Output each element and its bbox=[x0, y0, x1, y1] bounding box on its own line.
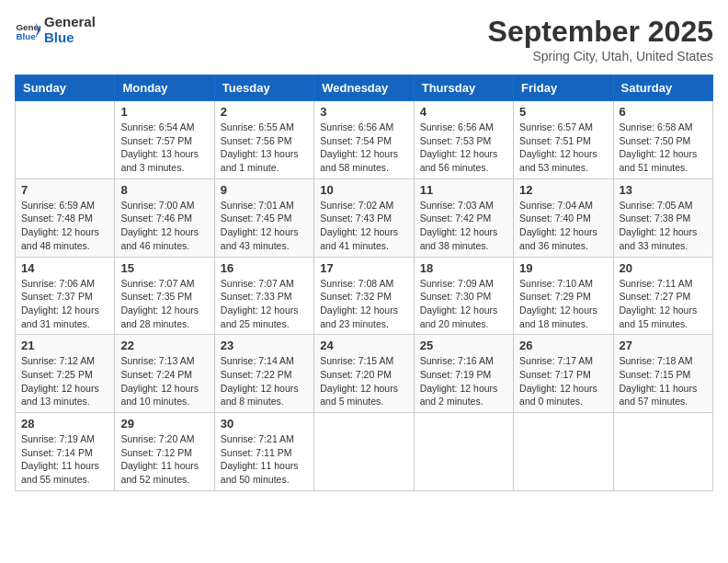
day-cell-27: 27Sunrise: 7:18 AMSunset: 7:15 PMDayligh… bbox=[613, 335, 712, 413]
day-header-tuesday: Tuesday bbox=[214, 75, 313, 101]
day-cell-3: 3Sunrise: 6:56 AMSunset: 7:54 PMDaylight… bbox=[314, 101, 414, 179]
day-cell-5: 5Sunrise: 6:57 AMSunset: 7:51 PMDaylight… bbox=[514, 101, 613, 179]
day-number: 29 bbox=[120, 417, 208, 431]
day-info: Sunrise: 6:56 AMSunset: 7:54 PMDaylight:… bbox=[320, 121, 407, 175]
day-info: Sunrise: 7:06 AMSunset: 7:37 PMDaylight:… bbox=[21, 277, 108, 331]
day-info: Sunrise: 7:13 AMSunset: 7:24 PMDaylight:… bbox=[120, 354, 208, 408]
day-cell-22: 22Sunrise: 7:13 AMSunset: 7:24 PMDayligh… bbox=[115, 335, 214, 413]
day-number: 24 bbox=[320, 339, 407, 352]
day-info: Sunrise: 7:14 AMSunset: 7:22 PMDaylight:… bbox=[221, 354, 308, 408]
day-info: Sunrise: 7:16 AMSunset: 7:19 PMDaylight:… bbox=[420, 354, 507, 408]
day-cell-13: 13Sunrise: 7:05 AMSunset: 7:38 PMDayligh… bbox=[613, 178, 712, 257]
day-cell-17: 17Sunrise: 7:08 AMSunset: 7:32 PMDayligh… bbox=[314, 257, 414, 335]
week-row-3: 14Sunrise: 7:06 AMSunset: 7:37 PMDayligh… bbox=[16, 257, 713, 335]
day-info: Sunrise: 6:54 AMSunset: 7:57 PMDaylight:… bbox=[120, 121, 208, 175]
logo-line2: Blue bbox=[44, 30, 96, 46]
day-info: Sunrise: 6:55 AMSunset: 7:56 PMDaylight:… bbox=[221, 121, 308, 175]
week-row-5: 28Sunrise: 7:19 AMSunset: 7:14 PMDayligh… bbox=[16, 413, 713, 491]
day-info: Sunrise: 6:57 AMSunset: 7:51 PMDaylight:… bbox=[519, 121, 607, 175]
day-info: Sunrise: 7:20 AMSunset: 7:12 PMDaylight:… bbox=[120, 432, 208, 487]
day-number: 7 bbox=[21, 183, 108, 197]
day-cell-14: 14Sunrise: 7:06 AMSunset: 7:37 PMDayligh… bbox=[16, 257, 115, 335]
day-number: 8 bbox=[120, 183, 208, 197]
day-number: 19 bbox=[519, 261, 607, 275]
day-cell-20: 20Sunrise: 7:11 AMSunset: 7:27 PMDayligh… bbox=[613, 257, 712, 335]
day-cell-21: 21Sunrise: 7:12 AMSunset: 7:25 PMDayligh… bbox=[16, 335, 115, 413]
empty-cell bbox=[16, 101, 115, 179]
day-cell-2: 2Sunrise: 6:55 AMSunset: 7:56 PMDaylight… bbox=[214, 101, 313, 179]
empty-cell bbox=[613, 413, 712, 491]
page-header: General Blue General Blue September 2025… bbox=[15, 15, 713, 63]
empty-cell bbox=[414, 413, 513, 491]
day-cell-28: 28Sunrise: 7:19 AMSunset: 7:14 PMDayligh… bbox=[16, 413, 115, 491]
day-number: 23 bbox=[221, 339, 308, 352]
day-header-saturday: Saturday bbox=[613, 75, 712, 101]
day-number: 14 bbox=[21, 261, 108, 275]
day-cell-15: 15Sunrise: 7:07 AMSunset: 7:35 PMDayligh… bbox=[115, 257, 214, 335]
day-info: Sunrise: 7:02 AMSunset: 7:43 PMDaylight:… bbox=[320, 199, 407, 253]
day-number: 6 bbox=[620, 105, 707, 119]
day-header-sunday: Sunday bbox=[16, 75, 115, 101]
day-cell-18: 18Sunrise: 7:09 AMSunset: 7:30 PMDayligh… bbox=[414, 257, 513, 335]
title-area: September 2025 Spring City, Utah, United… bbox=[488, 15, 713, 63]
day-info: Sunrise: 7:11 AMSunset: 7:27 PMDaylight:… bbox=[620, 277, 707, 331]
calendar-table: SundayMondayTuesdayWednesdayThursdayFrid… bbox=[15, 75, 713, 491]
day-cell-7: 7Sunrise: 6:59 AMSunset: 7:48 PMDaylight… bbox=[16, 178, 115, 257]
day-number: 30 bbox=[221, 417, 308, 431]
day-number: 1 bbox=[120, 105, 208, 119]
day-cell-12: 12Sunrise: 7:04 AMSunset: 7:40 PMDayligh… bbox=[514, 178, 613, 257]
day-cell-1: 1Sunrise: 6:54 AMSunset: 7:57 PMDaylight… bbox=[115, 101, 214, 179]
logo-line1: General bbox=[44, 15, 96, 30]
day-info: Sunrise: 6:58 AMSunset: 7:50 PMDaylight:… bbox=[620, 121, 707, 175]
day-cell-16: 16Sunrise: 7:07 AMSunset: 7:33 PMDayligh… bbox=[214, 257, 313, 335]
day-info: Sunrise: 7:09 AMSunset: 7:30 PMDaylight:… bbox=[420, 277, 507, 331]
day-cell-23: 23Sunrise: 7:14 AMSunset: 7:22 PMDayligh… bbox=[214, 335, 313, 413]
day-number: 22 bbox=[120, 339, 208, 352]
day-cell-10: 10Sunrise: 7:02 AMSunset: 7:43 PMDayligh… bbox=[314, 178, 414, 257]
day-info: Sunrise: 7:07 AMSunset: 7:35 PMDaylight:… bbox=[120, 277, 208, 331]
day-header-wednesday: Wednesday bbox=[314, 75, 414, 101]
day-cell-30: 30Sunrise: 7:21 AMSunset: 7:11 PMDayligh… bbox=[214, 413, 313, 491]
day-info: Sunrise: 6:59 AMSunset: 7:48 PMDaylight:… bbox=[21, 199, 108, 253]
calendar-header-row: SundayMondayTuesdayWednesdayThursdayFrid… bbox=[16, 75, 713, 101]
day-cell-9: 9Sunrise: 7:01 AMSunset: 7:45 PMDaylight… bbox=[214, 178, 313, 257]
day-header-thursday: Thursday bbox=[414, 75, 513, 101]
day-info: Sunrise: 7:04 AMSunset: 7:40 PMDaylight:… bbox=[519, 199, 607, 253]
day-number: 12 bbox=[519, 183, 607, 197]
week-row-2: 7Sunrise: 6:59 AMSunset: 7:48 PMDaylight… bbox=[16, 178, 713, 257]
day-info: Sunrise: 7:19 AMSunset: 7:14 PMDaylight:… bbox=[21, 432, 108, 487]
day-info: Sunrise: 7:08 AMSunset: 7:32 PMDaylight:… bbox=[320, 277, 407, 331]
day-info: Sunrise: 7:17 AMSunset: 7:17 PMDaylight:… bbox=[519, 354, 607, 408]
day-header-monday: Monday bbox=[115, 75, 214, 101]
logo-icon: General Blue bbox=[15, 17, 40, 43]
calendar-body: 1Sunrise: 6:54 AMSunset: 7:57 PMDaylight… bbox=[16, 101, 713, 491]
day-info: Sunrise: 7:12 AMSunset: 7:25 PMDaylight:… bbox=[21, 354, 108, 408]
day-number: 9 bbox=[221, 183, 308, 197]
day-cell-19: 19Sunrise: 7:10 AMSunset: 7:29 PMDayligh… bbox=[514, 257, 613, 335]
day-info: Sunrise: 7:10 AMSunset: 7:29 PMDaylight:… bbox=[519, 277, 607, 331]
day-number: 3 bbox=[320, 105, 407, 119]
day-number: 18 bbox=[420, 261, 507, 275]
day-info: Sunrise: 7:01 AMSunset: 7:45 PMDaylight:… bbox=[221, 199, 308, 253]
week-row-1: 1Sunrise: 6:54 AMSunset: 7:57 PMDaylight… bbox=[16, 101, 713, 179]
month-title: September 2025 bbox=[488, 15, 713, 49]
day-number: 20 bbox=[620, 261, 707, 275]
day-number: 4 bbox=[420, 105, 507, 119]
day-number: 28 bbox=[21, 417, 108, 431]
day-number: 21 bbox=[21, 339, 108, 352]
empty-cell bbox=[514, 413, 613, 491]
day-info: Sunrise: 7:00 AMSunset: 7:46 PMDaylight:… bbox=[120, 199, 208, 253]
svg-text:Blue: Blue bbox=[16, 30, 36, 40]
day-number: 10 bbox=[320, 183, 407, 197]
day-number: 15 bbox=[120, 261, 208, 275]
day-cell-4: 4Sunrise: 6:56 AMSunset: 7:53 PMDaylight… bbox=[414, 101, 513, 179]
empty-cell bbox=[314, 413, 414, 491]
day-info: Sunrise: 7:03 AMSunset: 7:42 PMDaylight:… bbox=[420, 199, 507, 253]
day-cell-6: 6Sunrise: 6:58 AMSunset: 7:50 PMDaylight… bbox=[613, 101, 712, 179]
day-number: 25 bbox=[420, 339, 507, 352]
day-number: 16 bbox=[221, 261, 308, 275]
location-title: Spring City, Utah, United States bbox=[488, 49, 713, 63]
day-info: Sunrise: 7:18 AMSunset: 7:15 PMDaylight:… bbox=[620, 354, 707, 408]
day-cell-25: 25Sunrise: 7:16 AMSunset: 7:19 PMDayligh… bbox=[414, 335, 513, 413]
day-number: 11 bbox=[420, 183, 507, 197]
